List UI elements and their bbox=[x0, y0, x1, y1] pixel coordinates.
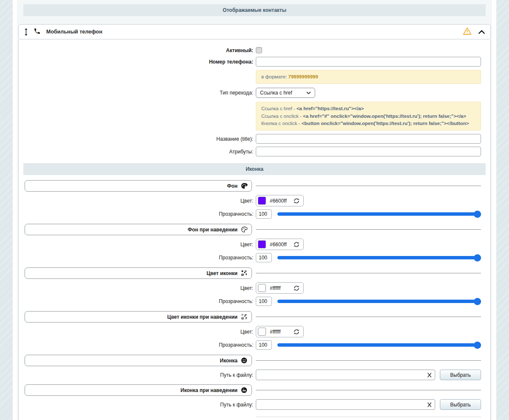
phone-icon bbox=[34, 28, 41, 36]
reset-color-button[interactable] bbox=[294, 242, 299, 248]
group-divider-line bbox=[256, 229, 481, 230]
icon-file-group-header: Иконка bbox=[25, 355, 481, 366]
color-swatch[interactable] bbox=[258, 284, 266, 292]
attributes-row: Атрибуты: bbox=[25, 147, 481, 156]
phone-input[interactable] bbox=[256, 57, 481, 67]
color-label: Цвет: bbox=[25, 285, 256, 291]
opacity-slider[interactable] bbox=[277, 211, 481, 218]
background-group-header: Фон bbox=[25, 180, 481, 192]
contact-card-title: Мобильный телефон bbox=[46, 29, 102, 35]
icon-file-group-pill: Иконка bbox=[25, 355, 252, 366]
background-hover-opacity-row: Прозрачность: bbox=[25, 253, 481, 262]
file-path-input[interactable] bbox=[256, 399, 435, 410]
slider-thumb[interactable] bbox=[474, 298, 481, 305]
phone-row: Номер телефона: bbox=[25, 57, 481, 67]
opacity-label: Прозрачность: bbox=[25, 342, 256, 348]
active-row: Активный: bbox=[25, 47, 481, 53]
choose-file-button[interactable]: Выбрать bbox=[440, 370, 481, 380]
code-hint-row: Ссылка с href - <a href="https://test.ru… bbox=[25, 102, 481, 131]
slider-thumb[interactable] bbox=[474, 254, 481, 261]
group-divider-line bbox=[256, 273, 481, 273]
page-container: Отображаемые контакты Мобильный телефон bbox=[13, 0, 496, 420]
icon-color-hover-widget: #ffffff bbox=[256, 326, 304, 337]
color-swatch[interactable] bbox=[258, 240, 266, 248]
phone-label: Номер телефона: bbox=[25, 59, 256, 65]
transition-row: Тип перехода: Ссылка с href bbox=[25, 88, 481, 98]
background-hover-group-pill: Фон при наведении bbox=[25, 224, 252, 235]
warning-icon bbox=[463, 27, 472, 37]
reset-color-button[interactable] bbox=[294, 198, 299, 204]
color-hex-value: #ffffff bbox=[270, 329, 290, 335]
opacity-label: Прозрачность: bbox=[25, 298, 256, 304]
group-divider-line bbox=[256, 186, 481, 186]
background-group-pill: Фон bbox=[25, 180, 252, 192]
icon-color-hover-row: Цвет: #ffffff bbox=[25, 326, 481, 337]
contact-card-header: Мобильный телефон bbox=[18, 24, 491, 39]
phone-format-example: 79999999999 bbox=[288, 74, 318, 79]
drag-handle-icon[interactable] bbox=[24, 28, 28, 36]
opacity-slider[interactable] bbox=[277, 342, 481, 349]
icon-color-group-pill: Цвет иконки bbox=[25, 267, 252, 279]
transition-code-hint: Ссылка с href - <a href="https://test.ru… bbox=[256, 102, 481, 131]
icon-color-hover-group-pill: Цвет иконки при наведении bbox=[25, 311, 252, 323]
clear-file-icon[interactable] bbox=[427, 402, 432, 407]
opacity-input[interactable] bbox=[256, 253, 272, 262]
phone-hint-row: в формате: 79999999999 bbox=[25, 70, 481, 84]
icon-color-row: Цвет: #ffffff bbox=[25, 282, 481, 294]
title-field-label: Название (title): bbox=[25, 136, 256, 142]
color-label: Цвет: bbox=[25, 198, 256, 204]
active-checkbox[interactable] bbox=[256, 47, 262, 53]
contact-card: Мобильный телефон Активный: bbox=[18, 24, 491, 420]
color-label: Цвет: bbox=[25, 242, 256, 248]
reset-color-button[interactable] bbox=[294, 329, 299, 335]
file-path-label: Путь к файлу: bbox=[25, 372, 256, 378]
background-opacity-row: Прозрачность: bbox=[25, 209, 481, 219]
choose-file-button[interactable]: Выбрать bbox=[440, 399, 481, 410]
color-swatch[interactable] bbox=[258, 197, 266, 205]
icon-hover-file-group-header: Иконка при наведении bbox=[25, 384, 481, 396]
opacity-input[interactable] bbox=[256, 340, 272, 350]
palette-outline-icon bbox=[241, 226, 248, 233]
icon-hover-file-row: Путь к файлу: Выбрать bbox=[25, 399, 481, 410]
background-color-row: Цвет: #6600ff bbox=[25, 195, 481, 206]
background-hover-color-row: Цвет: #6600ff bbox=[25, 239, 481, 250]
background-hover-color-widget: #6600ff bbox=[256, 239, 304, 250]
contacts-section-header: Отображаемые контакты bbox=[23, 4, 486, 16]
opacity-label: Прозрачность: bbox=[25, 211, 256, 217]
icon-section-title: Иконка bbox=[246, 166, 263, 172]
transition-type-select[interactable]: Ссылка с href bbox=[256, 88, 315, 98]
title-input[interactable] bbox=[256, 134, 481, 144]
icon-color-widget: #ffffff bbox=[256, 282, 304, 294]
file-path-label: Путь к файлу: bbox=[25, 402, 256, 408]
file-path-input[interactable] bbox=[256, 370, 435, 380]
attributes-label: Атрибуты: bbox=[25, 149, 256, 155]
collapse-button[interactable] bbox=[478, 28, 485, 36]
color-swatch[interactable] bbox=[258, 328, 266, 336]
contact-card-body: Активный: Номер телефона: в формате: 799… bbox=[18, 39, 491, 420]
opacity-slider[interactable] bbox=[277, 254, 481, 261]
background-color-widget: #6600ff bbox=[256, 195, 304, 206]
icon-face-icon bbox=[241, 357, 248, 364]
color-label: Цвет: bbox=[25, 329, 256, 335]
opacity-input[interactable] bbox=[256, 209, 272, 219]
clear-file-icon[interactable] bbox=[427, 372, 432, 378]
attributes-input[interactable] bbox=[256, 147, 481, 156]
title-field-row: Название (title): bbox=[25, 134, 481, 144]
icon-hover-file-group-pill: Иконка при наведении bbox=[25, 384, 252, 396]
color-hex-value: #6600ff bbox=[270, 198, 290, 204]
reset-color-button[interactable] bbox=[294, 285, 299, 291]
opacity-slider[interactable] bbox=[277, 298, 481, 305]
color-hex-value: #ffffff bbox=[270, 285, 290, 291]
slider-thumb[interactable] bbox=[474, 211, 481, 218]
group-divider-line bbox=[256, 360, 481, 361]
color-hex-value: #6600ff bbox=[270, 242, 290, 248]
group-divider-line bbox=[256, 390, 481, 390]
background-hover-group-header: Фон при наведении bbox=[25, 224, 481, 235]
icons-outline-icon bbox=[241, 313, 248, 320]
contacts-section-title: Отображаемые контакты bbox=[223, 7, 286, 13]
opacity-input[interactable] bbox=[256, 297, 272, 306]
slider-thumb[interactable] bbox=[474, 342, 481, 349]
group-divider-line bbox=[256, 317, 481, 317]
icon-color-group-header: Цвет иконки bbox=[25, 267, 481, 279]
phone-format-hint: в формате: 79999999999 bbox=[256, 70, 481, 84]
